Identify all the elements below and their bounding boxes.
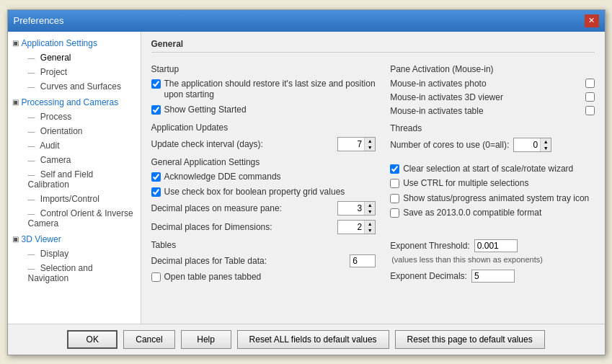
tables-left: Decimal places for Table data: 6 Open ta… bbox=[151, 254, 376, 287]
save-2013-checkbox[interactable] bbox=[390, 208, 399, 218]
exponent-section: Exponent Threshold: 0.001 (values less t… bbox=[390, 239, 594, 283]
section-title: General bbox=[151, 39, 595, 53]
update-interval-row: Update check interval (days): 7 ▲ ▼ bbox=[151, 137, 376, 151]
decimal-dimensions-spin[interactable]: 2 ▲ ▼ bbox=[337, 220, 376, 234]
mouse-photo-label: Mouse-in activates photo bbox=[390, 79, 486, 89]
sidebar-group-3d-viewer: ▣ 3D Viewer — Display — Selection and Na… bbox=[8, 232, 141, 285]
show-getting-started-checkbox[interactable] bbox=[151, 105, 161, 115]
cancel-button[interactable]: Cancel bbox=[123, 330, 174, 349]
sidebar-item-orientation[interactable]: — Orientation bbox=[22, 124, 141, 138]
sidebar-group-header-application-settings[interactable]: ▣ Application Settings bbox=[8, 36, 141, 50]
spin-up-button-3[interactable]: ▲ bbox=[365, 221, 375, 227]
open-tabbed-row: Open table panes tabbed bbox=[151, 272, 376, 283]
dot-icon: — bbox=[28, 265, 35, 272]
open-tabbed-checkbox[interactable] bbox=[151, 272, 161, 282]
left-column: Startup The application should restore i… bbox=[151, 58, 376, 288]
threads-title: Threads bbox=[390, 123, 594, 133]
exponent-note: (values less than this shown as exponent… bbox=[391, 255, 594, 264]
use-checkbox-bool-checkbox[interactable] bbox=[151, 187, 161, 197]
spin-down-button[interactable]: ▼ bbox=[365, 144, 375, 151]
mouse-table-row: Mouse-in activates table bbox=[390, 106, 594, 116]
exponent-decimals-row: Exponent Decimals: 5 bbox=[390, 270, 594, 283]
spin-down-button-3[interactable]: ▼ bbox=[365, 227, 375, 234]
general-app-settings-title: General Application Settings bbox=[151, 157, 376, 167]
dot-icon: — bbox=[28, 171, 35, 179]
sidebar-children-processing-cameras: — Process — Orientation — Audit — Camera bbox=[8, 110, 141, 231]
decimal-dimensions-row: Decimal places for Dimensions: 2 ▲ ▼ bbox=[151, 220, 376, 234]
sidebar-group-header-processing-cameras[interactable]: ▣ Processing and Cameras bbox=[8, 95, 141, 110]
exponent-decimals-input[interactable]: 5 bbox=[471, 270, 515, 283]
sidebar-item-general[interactable]: — General bbox=[22, 50, 141, 65]
show-getting-started-label: Show Getting Started bbox=[164, 105, 247, 116]
spin-up-button[interactable]: ▲ bbox=[365, 138, 375, 144]
exponent-threshold-input[interactable]: 0.001 bbox=[474, 239, 518, 252]
dot-icon: — bbox=[28, 113, 35, 121]
spin-down-button-2[interactable]: ▼ bbox=[365, 208, 375, 215]
use-checkbox-row: Use check box for boolean property grid … bbox=[151, 187, 376, 198]
reset-page-button[interactable]: Reset this page to default values bbox=[395, 330, 545, 349]
sidebar-item-label-orientation: Orientation bbox=[40, 126, 83, 136]
use-ctrl-checkbox[interactable] bbox=[390, 179, 399, 188]
sidebar-item-camera[interactable]: — Camera bbox=[22, 153, 141, 167]
restore-size-checkbox[interactable] bbox=[151, 79, 161, 89]
sidebar-item-process[interactable]: — Process bbox=[22, 110, 141, 124]
sidebar-item-label-self-field-cal: Self and Field Calibration bbox=[28, 169, 94, 190]
clear-selection-checkbox[interactable] bbox=[390, 164, 399, 174]
right-settings: Clear selection at start of scale/rotate… bbox=[390, 164, 594, 219]
sidebar-children-3d-viewer: — Display — Selection and Navigation bbox=[8, 247, 141, 285]
sidebar-item-audit[interactable]: — Audit bbox=[22, 138, 141, 153]
show-status-label: Show status/progress animated system tra… bbox=[403, 193, 589, 205]
sidebar-group-label-3d-viewer: 3D Viewer bbox=[22, 234, 61, 244]
spin-buttons-cores: ▲ ▼ bbox=[540, 138, 551, 151]
sidebar-group-header-3d-viewer[interactable]: ▣ 3D Viewer bbox=[8, 232, 141, 247]
sidebar-item-label-audit: Audit bbox=[40, 141, 59, 151]
sidebar-item-curves-surfaces[interactable]: — Curves and Surfaces bbox=[22, 79, 141, 94]
sidebar-item-label-imports-control: Imports/Control bbox=[40, 194, 99, 204]
spin-up-cores[interactable]: ▲ bbox=[541, 138, 551, 145]
decimal-dimensions-label: Decimal places for Dimensions: bbox=[151, 222, 334, 232]
decimal-measure-spin[interactable]: 3 ▲ ▼ bbox=[337, 201, 376, 216]
startup-title: Startup bbox=[151, 64, 376, 74]
spin-up-button-2[interactable]: ▲ bbox=[365, 202, 375, 208]
exponent-decimals-label: Exponent Decimals: bbox=[390, 271, 467, 281]
spin-buttons-3: ▲ ▼ bbox=[364, 221, 375, 234]
sidebar-item-control-orient[interactable]: — Control Orient & Inverse Camera bbox=[22, 206, 141, 231]
show-getting-started-row: Show Getting Started bbox=[151, 105, 376, 116]
two-column-layout: Startup The application should restore i… bbox=[151, 58, 595, 288]
footer: OK Cancel Help Reset ALL fields to defau… bbox=[8, 324, 605, 355]
sidebar-item-project[interactable]: — Project bbox=[22, 65, 141, 79]
show-status-row: Show status/progress animated system tra… bbox=[390, 193, 594, 205]
right-column: Pane Activation (Mouse-in) Mouse-in acti… bbox=[390, 58, 594, 288]
cores-row: Number of cores to use (0=all): 0 ▲ ▼ bbox=[390, 138, 594, 152]
open-tabbed-label: Open table panes tabbed bbox=[164, 272, 262, 283]
decimal-dimensions-input[interactable]: 2 bbox=[338, 221, 364, 233]
update-interval-input[interactable]: 7 bbox=[338, 138, 364, 150]
decimal-table-input[interactable]: 6 bbox=[350, 254, 376, 267]
mouse-3d-row: Mouse-in activates 3D viewer bbox=[390, 92, 594, 102]
sidebar-item-label-display: Display bbox=[40, 249, 68, 259]
cores-spin[interactable]: 0 ▲ ▼ bbox=[513, 138, 551, 152]
sidebar-item-self-field-cal[interactable]: — Self and Field Calibration bbox=[22, 167, 141, 192]
mouse-3d-checkbox[interactable] bbox=[585, 92, 595, 102]
sidebar-item-selection-navigation[interactable]: — Selection and Navigation bbox=[22, 261, 141, 285]
update-interval-spin[interactable]: 7 ▲ ▼ bbox=[337, 137, 376, 151]
restore-size-label: The application should restore it's last… bbox=[164, 79, 376, 101]
spin-buttons: ▲ ▼ bbox=[364, 138, 375, 151]
sidebar-item-display[interactable]: — Display bbox=[22, 247, 141, 261]
sidebar: ▣ Application Settings — General — Proje… bbox=[8, 32, 141, 324]
show-status-checkbox[interactable] bbox=[390, 194, 399, 203]
acknowledge-dde-checkbox[interactable] bbox=[151, 172, 161, 182]
spin-down-cores[interactable]: ▼ bbox=[541, 145, 551, 151]
expand-icon-processing: ▣ bbox=[12, 98, 19, 106]
help-button[interactable]: Help bbox=[181, 330, 231, 349]
acknowledge-dde-label: Acknowledge DDE commands bbox=[164, 172, 281, 183]
mouse-table-checkbox[interactable] bbox=[585, 106, 595, 115]
decimal-measure-input[interactable]: 3 bbox=[338, 203, 364, 214]
close-button[interactable]: ✕ bbox=[585, 14, 599, 27]
ok-button[interactable]: OK bbox=[67, 330, 117, 349]
reset-all-button[interactable]: Reset ALL fields to default values bbox=[237, 330, 389, 349]
cores-input[interactable]: 0 bbox=[514, 139, 540, 151]
mouse-photo-checkbox[interactable] bbox=[585, 79, 595, 88]
sidebar-item-imports-control[interactable]: — Imports/Control bbox=[22, 192, 141, 206]
use-checkbox-bool-label: Use check box for boolean property grid … bbox=[164, 187, 345, 198]
